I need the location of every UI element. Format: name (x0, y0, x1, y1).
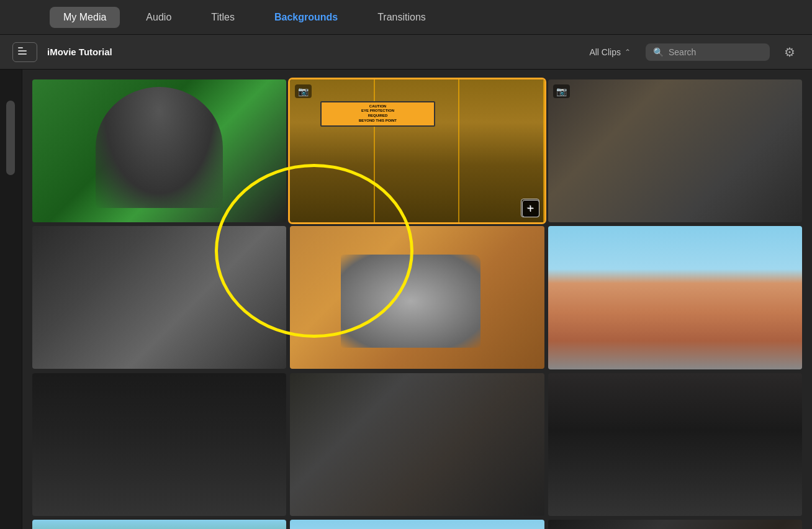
media-item[interactable] (32, 79, 286, 222)
tab-audio[interactable]: Audio (132, 7, 185, 28)
caution-sign: CAUTIONEYE PROTECTIONREQUIREDBEYOND THIS… (320, 101, 435, 127)
media-item[interactable] (548, 373, 802, 516)
media-grid-container[interactable]: CAUTIONEYE PROTECTIONREQUIREDBEYOND THIS… (22, 70, 812, 529)
tab-transitions[interactable]: Transitions (364, 7, 440, 28)
search-input[interactable] (669, 47, 756, 57)
all-clips-dropdown[interactable]: All Clips ⌃ (584, 45, 636, 60)
media-grid: CAUTIONEYE PROTECTIONREQUIREDBEYOND THIS… (32, 79, 802, 529)
settings-button[interactable]: ⚙ (780, 42, 800, 62)
media-item[interactable] (290, 373, 544, 516)
scrollbar-indicator (6, 101, 15, 175)
project-title: iMovie Tutorial (47, 47, 574, 57)
tab-titles[interactable]: Titles (197, 7, 248, 28)
camera-badge: 📷 (295, 84, 312, 98)
media-item[interactable] (32, 226, 286, 369)
search-box: 🔍 (646, 43, 770, 61)
top-navigation: My Media Audio Titles Backgrounds Transi… (0, 0, 812, 35)
media-item[interactable] (32, 373, 286, 516)
chevron-down-icon: ⌃ (625, 48, 631, 57)
media-item[interactable] (290, 520, 544, 529)
search-icon: 🔍 (653, 47, 664, 57)
media-item[interactable]: 📷 (548, 79, 802, 222)
tab-my-media[interactable]: My Media (50, 7, 120, 28)
left-strip (0, 70, 22, 529)
sidebar-toggle-icon (18, 47, 32, 57)
media-item[interactable] (548, 226, 802, 369)
camera-badge: 📷 (553, 84, 570, 98)
sidebar-toggle-button[interactable] (12, 42, 37, 62)
media-item[interactable] (548, 520, 802, 529)
gear-icon: ⚙ (784, 45, 795, 60)
all-clips-label: All Clips (589, 47, 621, 57)
add-clip-button[interactable]: + (522, 200, 539, 217)
toolbar: iMovie Tutorial All Clips ⌃ 🔍 ⚙ (0, 35, 812, 70)
media-item[interactable]: CAUTIONEYE PROTECTIONREQUIREDBEYOND THIS… (290, 79, 544, 222)
main-content: CAUTIONEYE PROTECTIONREQUIREDBEYOND THIS… (0, 70, 812, 529)
media-item[interactable] (32, 520, 286, 529)
media-item[interactable] (290, 226, 544, 369)
tab-backgrounds[interactable]: Backgrounds (261, 7, 351, 28)
